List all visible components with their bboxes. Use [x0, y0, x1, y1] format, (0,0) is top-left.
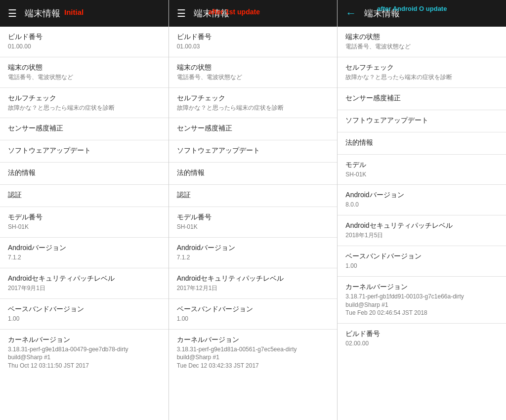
item-title: 法的情報 — [177, 168, 330, 177]
item-subtitle: SH-01K — [8, 223, 161, 231]
panel-content-after-android-o: 端末の状態電話番号、電波状態などセルフチェック故障かな？と思ったら端末の症状を診… — [337, 27, 506, 420]
menu-icon[interactable]: ☰ — [177, 7, 186, 19]
header-label: after Android O update — [377, 5, 447, 12]
panel-content-initial: ビルド番号01.00.00端末の状態電話番号、電波状態などセルフチェック故障かな… — [0, 27, 169, 420]
list-item[interactable]: モデル番号SH-01K — [0, 207, 169, 238]
list-item[interactable]: セルフチェック故障かな？と思ったら端末の症状を診断 — [169, 88, 337, 119]
list-item[interactable]: センサー感度補正 — [0, 118, 169, 140]
item-title: モデル番号 — [8, 213, 161, 222]
item-title: カーネルバージョン — [8, 336, 161, 344]
list-item[interactable]: ベースバンドバージョン1.00 — [0, 299, 169, 330]
panel-header-after-1st: ☰端末情報after 1st update — [169, 0, 337, 27]
item-title: セルフチェック — [177, 94, 330, 103]
list-item[interactable]: ソフトウェアアップデート — [337, 110, 506, 132]
item-title: ベースバンドバージョン — [177, 305, 330, 314]
item-title: ソフトウェアアップデート — [177, 146, 330, 155]
panel-initial: ☰端末情報Initialビルド番号01.00.00端末の状態電話番号、電波状態な… — [0, 0, 169, 420]
list-item[interactable]: カーネルバージョン3.18.71-perf-gb1fdd91-00103-g7c… — [337, 277, 506, 324]
list-item[interactable]: ビルド番号01.00.03 — [169, 27, 337, 57]
list-item[interactable]: センサー感度補正 — [337, 88, 506, 110]
item-subtitle: 7.1.2 — [177, 253, 330, 262]
item-title: カーネルバージョン — [177, 336, 330, 344]
item-title: ビルド番号 — [8, 33, 161, 42]
list-item[interactable]: 法的情報 — [0, 163, 169, 185]
item-subtitle: 故障かな？と思ったら端末の症状を診断 — [345, 73, 498, 82]
list-item[interactable]: 法的情報 — [169, 163, 337, 185]
list-item[interactable]: ソフトウェアアップデート — [169, 140, 337, 163]
panel-header-initial: ☰端末情報Initial — [0, 0, 169, 27]
item-title: ビルド番号 — [345, 330, 498, 338]
item-title: Androidバージョン — [345, 191, 498, 200]
item-title: センサー感度補正 — [177, 124, 330, 133]
item-subtitle: SH-01K — [345, 170, 498, 179]
item-subtitle: 2018年1月5日 — [345, 231, 498, 240]
item-subtitle: 2017年9月1日 — [8, 284, 161, 293]
item-title: Androidセキュリティパッチレベル — [8, 274, 161, 283]
panel-after-android-o: ←端末情報after Android O update端末の状態電話番号、電波状… — [337, 0, 506, 420]
list-item[interactable]: Androidバージョン7.1.2 — [0, 238, 169, 268]
list-item[interactable]: モデル番号SH-01K — [169, 207, 337, 238]
item-title: 法的情報 — [8, 168, 161, 177]
item-title: Androidバージョン — [177, 244, 330, 252]
list-item[interactable]: 端末の状態電話番号、電波状態など — [337, 27, 506, 57]
item-title: センサー感度補正 — [8, 124, 161, 133]
list-item[interactable]: ベースバンドバージョン1.00 — [337, 246, 506, 277]
item-subtitle: 01.00.03 — [177, 42, 330, 51]
list-item[interactable]: セルフチェック故障かな？と思ったら端末の症状を診断 — [0, 88, 169, 119]
list-item[interactable]: セルフチェック故障かな？と思ったら端末の症状を診断 — [337, 57, 506, 88]
list-item[interactable]: ソフトウェアアップデート — [0, 140, 169, 163]
item-subtitle: 1.00 — [345, 262, 498, 270]
list-item[interactable]: ビルド番号02.00.00 — [337, 324, 506, 354]
item-subtitle: 電話番号、電波状態など — [8, 73, 161, 82]
item-title: セルフチェック — [8, 94, 161, 103]
item-title: モデル番号 — [177, 213, 330, 222]
item-title: ソフトウェアアップデート — [8, 146, 161, 155]
item-subtitle: 02.00.00 — [345, 339, 498, 348]
list-item[interactable]: センサー感度補正 — [169, 118, 337, 140]
item-title: カーネルバージョン — [345, 283, 498, 292]
list-item[interactable]: Androidバージョン7.1.2 — [169, 238, 337, 268]
header-title: 端末情報 — [25, 7, 60, 19]
list-item[interactable]: 端末の状態電話番号、電波状態など — [169, 57, 337, 88]
panel-header-after-android-o: ←端末情報after Android O update — [337, 0, 506, 27]
item-title: ベースバンドバージョン — [345, 252, 498, 261]
item-subtitle: SH-01K — [177, 223, 330, 231]
list-item[interactable]: Androidセキュリティパッチレベル2017年12月1日 — [169, 268, 337, 299]
item-title: 端末の状態 — [345, 33, 498, 42]
item-subtitle: 電話番号、電波状態など — [345, 42, 498, 51]
back-icon[interactable]: ← — [345, 7, 356, 20]
item-title: ソフトウェアアップデート — [345, 116, 498, 125]
list-item[interactable]: 法的情報 — [337, 132, 506, 155]
item-subtitle: 1.00 — [8, 315, 161, 323]
item-subtitle: 故障かな？と思ったら端末の症状を診断 — [8, 104, 161, 112]
list-item[interactable]: Androidバージョン8.0.0 — [337, 185, 506, 215]
item-subtitle: 7.1.2 — [8, 253, 161, 262]
item-subtitle: 1.00 — [177, 315, 330, 323]
item-title: モデル — [345, 161, 498, 169]
item-title: セルフチェック — [345, 63, 498, 72]
item-subtitle: 3.18.71-perf-gb1fdd91-00103-g7c1e66a-dir… — [345, 293, 498, 317]
list-item[interactable]: Androidセキュリティパッチレベル2018年1月5日 — [337, 215, 506, 246]
item-title: Androidセキュリティパッチレベル — [345, 221, 498, 230]
menu-icon[interactable]: ☰ — [8, 7, 17, 19]
list-item[interactable]: ビルド番号01.00.00 — [0, 27, 169, 57]
header-label: after 1st update — [209, 8, 260, 16]
list-item[interactable]: カーネルバージョン3.18.31-perf-g9e1d81a-00479-gee… — [0, 330, 169, 376]
panels-container: ☰端末情報Initialビルド番号01.00.00端末の状態電話番号、電波状態な… — [0, 0, 506, 420]
list-item[interactable]: 認証 — [0, 185, 169, 207]
list-item[interactable]: Androidセキュリティパッチレベル2017年9月1日 — [0, 268, 169, 299]
panel-content-after-1st: ビルド番号01.00.03端末の状態電話番号、電波状態などセルフチェック故障かな… — [169, 27, 337, 420]
item-subtitle: 2017年12月1日 — [177, 284, 330, 293]
list-item[interactable]: モデルSH-01K — [337, 155, 506, 185]
list-item[interactable]: 端末の状態電話番号、電波状態など — [0, 57, 169, 88]
item-title: 端末の状態 — [8, 63, 161, 72]
list-item[interactable]: カーネルバージョン3.18.31-perf-g9e1d81a-00561-g7e… — [169, 330, 337, 376]
item-title: Androidセキュリティパッチレベル — [177, 274, 330, 283]
list-item[interactable]: 認証 — [169, 185, 337, 207]
item-title: 認証 — [177, 191, 330, 200]
item-title: 法的情報 — [345, 138, 498, 147]
item-title: 端末の状態 — [177, 63, 330, 72]
panel-after-1st: ☰端末情報after 1st updateビルド番号01.00.03端末の状態電… — [169, 0, 338, 420]
item-subtitle: 3.18.31-perf-g9e1d81a-00479-gee7db78-dir… — [8, 345, 161, 370]
list-item[interactable]: ベースバンドバージョン1.00 — [169, 299, 337, 330]
